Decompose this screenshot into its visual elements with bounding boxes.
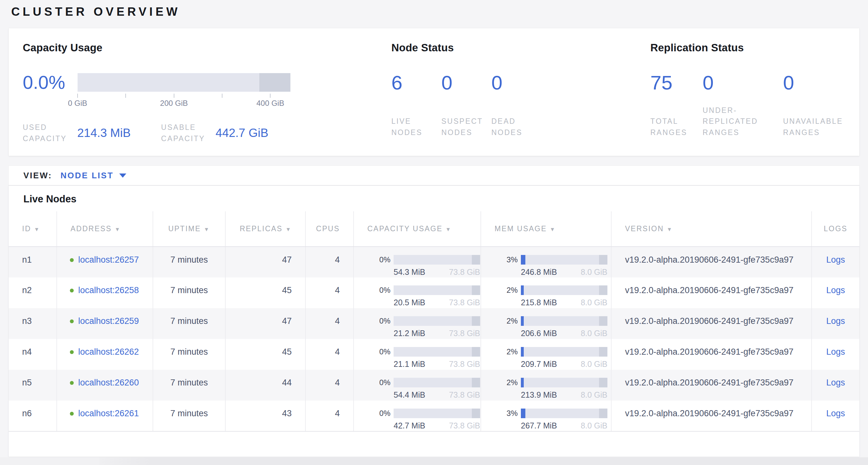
usage-percent: 0% bbox=[371, 378, 391, 387]
logs-link[interactable]: Logs bbox=[826, 378, 845, 387]
cell-capacity: 0%42.7 MiB73.8 GiB bbox=[353, 401, 481, 431]
capacity-metric: USABLE CAPACITY442.7 GiB bbox=[161, 122, 269, 144]
usage-used-value: 21.1 MiB bbox=[394, 359, 425, 369]
axis-tick-label: 400 GiB bbox=[256, 99, 284, 108]
usage-used-value: 246.8 MiB bbox=[521, 267, 557, 277]
column-header-version[interactable]: VERSION▼ bbox=[611, 211, 812, 246]
usage-total-value: 73.8 GiB bbox=[449, 359, 480, 369]
logs-link[interactable]: Logs bbox=[826, 316, 845, 326]
usage-total-value: 8.0 GiB bbox=[581, 267, 608, 277]
summary-card: Capacity Usage 0.0% 0 GiB200 GiB400 GiB … bbox=[9, 28, 859, 156]
sort-desc-icon: ▼ bbox=[34, 226, 40, 233]
usage-values: 54.4 MiB73.8 GiB bbox=[394, 390, 480, 399]
table-row: n4localhost:262627 minutes4540%21.1 MiB7… bbox=[9, 339, 859, 370]
usage-bar bbox=[394, 347, 480, 357]
cell-address: localhost:26258 bbox=[57, 278, 153, 308]
cell-capacity: 0%21.2 MiB73.8 GiB bbox=[353, 308, 481, 339]
usage-bar-other-segment bbox=[472, 409, 480, 418]
column-header-mem-usage[interactable]: MEM USAGE▼ bbox=[481, 211, 611, 246]
usage-bar-used-segment bbox=[521, 347, 524, 357]
live-nodes-card: Live Nodes ID▼ADDRESS▼UPTIME▼REPLICAS▼CP… bbox=[9, 186, 859, 457]
metric-value: 214.3 MiB bbox=[77, 126, 131, 140]
column-header-label: CPUS bbox=[316, 225, 340, 233]
node-address-link[interactable]: localhost:26259 bbox=[78, 316, 139, 326]
usage-percent: 2% bbox=[498, 316, 518, 326]
logs-link[interactable]: Logs bbox=[826, 255, 845, 265]
column-header-capacity-usage[interactable]: CAPACITY USAGE▼ bbox=[353, 211, 481, 246]
usage-percent: 0% bbox=[371, 409, 391, 418]
cell-memory: 2%209.7 MiB8.0 GiB bbox=[481, 339, 611, 370]
table-row: n1localhost:262577 minutes4740%54.3 MiB7… bbox=[9, 246, 859, 278]
cell-capacity: 0%54.3 MiB73.8 GiB bbox=[353, 246, 481, 278]
usage-percent: 2% bbox=[498, 347, 518, 357]
cell-memory: 3%267.7 MiB8.0 GiB bbox=[481, 401, 611, 431]
capacity-usage-gauge: 0%21.2 MiB73.8 GiB bbox=[371, 316, 480, 338]
usage-bar-other-segment bbox=[599, 316, 608, 326]
usage-bar-used-segment bbox=[521, 255, 525, 265]
node-address-link[interactable]: localhost:26258 bbox=[78, 285, 139, 295]
node-live-status-icon bbox=[70, 412, 74, 416]
usage-bar-other-segment bbox=[599, 255, 608, 265]
memory-usage-gauge: 2%215.8 MiB8.0 GiB bbox=[498, 285, 611, 307]
column-header-uptime[interactable]: UPTIME▼ bbox=[153, 211, 225, 246]
column-header-replicas[interactable]: REPLICAS▼ bbox=[225, 211, 306, 246]
memory-usage-gauge: 2%206.6 MiB8.0 GiB bbox=[498, 316, 611, 338]
column-header-id[interactable]: ID▼ bbox=[9, 211, 57, 246]
chevron-down-icon bbox=[119, 174, 126, 178]
cell-cpus: 4 bbox=[306, 339, 353, 370]
usage-values: 21.1 MiB73.8 GiB bbox=[394, 359, 480, 369]
view-dropdown[interactable]: NODE LIST bbox=[61, 171, 127, 180]
column-header-address[interactable]: ADDRESS▼ bbox=[57, 211, 153, 246]
capacity-bar-other-segment bbox=[259, 73, 290, 92]
logs-link[interactable]: Logs bbox=[826, 409, 845, 418]
axis-tick bbox=[174, 94, 174, 98]
metric-label: UNAVAILABLE RANGES bbox=[783, 116, 858, 138]
usage-bar bbox=[521, 285, 608, 295]
column-header-logs: LOGS bbox=[812, 211, 859, 246]
usage-total-value: 8.0 GiB bbox=[581, 298, 608, 307]
usage-bar-used-segment bbox=[521, 378, 524, 387]
logs-link[interactable]: Logs bbox=[826, 347, 845, 357]
node-address-link[interactable]: localhost:26260 bbox=[78, 378, 139, 387]
cell-address: localhost:26257 bbox=[57, 246, 153, 278]
usage-bar-used-segment bbox=[521, 316, 524, 326]
usage-values: 215.8 MiB8.0 GiB bbox=[521, 298, 608, 307]
node-live-status-icon bbox=[70, 381, 74, 385]
cell-replicas: 47 bbox=[225, 308, 306, 339]
capacity-usage-gauge: 0%21.1 MiB73.8 GiB bbox=[371, 347, 480, 369]
cell-cpus: 4 bbox=[306, 370, 353, 401]
column-header-label: MEM USAGE bbox=[495, 225, 547, 233]
metric-value: 75 bbox=[650, 73, 703, 92]
column-header-label: VERSION bbox=[625, 225, 664, 233]
axis-tick-label: 200 GiB bbox=[160, 99, 188, 108]
node-address-link[interactable]: localhost:26257 bbox=[78, 255, 139, 265]
axis-tick bbox=[77, 94, 78, 98]
usage-values: 42.7 MiB73.8 GiB bbox=[394, 421, 480, 430]
memory-usage-gauge: 3%267.7 MiB8.0 GiB bbox=[498, 409, 611, 430]
sort-desc-icon: ▼ bbox=[667, 226, 673, 233]
table-row: n2localhost:262587 minutes4540%20.5 MiB7… bbox=[9, 278, 859, 308]
cell-version: v19.2.0-alpha.20190606-2491-gfe735c9a97 bbox=[611, 246, 812, 278]
column-header-label: ID bbox=[22, 225, 31, 233]
replication-status-metrics: 75TOTAL RANGES0UNDER-REPLICATED RANGES0U… bbox=[650, 73, 858, 138]
logs-link[interactable]: Logs bbox=[826, 285, 845, 295]
usage-total-value: 73.8 GiB bbox=[449, 421, 480, 430]
node-address-link[interactable]: localhost:26261 bbox=[78, 409, 139, 418]
live-nodes-title: Live Nodes bbox=[9, 186, 859, 211]
metric-label: LIVE NODES bbox=[391, 116, 431, 138]
cell-capacity: 0%21.1 MiB73.8 GiB bbox=[353, 339, 481, 370]
capacity-metrics: USED CAPACITY214.3 MiBUSABLE CAPACITY442… bbox=[23, 122, 391, 144]
usage-bar-other-segment bbox=[599, 347, 608, 357]
usage-values: 54.3 MiB73.8 GiB bbox=[394, 267, 480, 277]
sort-desc-icon: ▼ bbox=[286, 226, 292, 233]
usage-percent: 0% bbox=[371, 285, 391, 295]
status-metric: 0UNAVAILABLE RANGES bbox=[783, 73, 858, 138]
usage-values: 209.7 MiB8.0 GiB bbox=[521, 359, 608, 369]
sort-desc-icon: ▼ bbox=[550, 226, 556, 233]
cell-memory: 2%206.6 MiB8.0 GiB bbox=[481, 308, 611, 339]
usage-percent: 2% bbox=[498, 378, 518, 387]
cell-replicas: 44 bbox=[225, 370, 306, 401]
view-dropdown-selected: NODE LIST bbox=[61, 171, 114, 180]
node-address-link[interactable]: localhost:26262 bbox=[78, 347, 139, 357]
cluster-overview-page: CLUSTER OVERVIEW Capacity Usage 0.0% 0 G… bbox=[0, 0, 868, 457]
